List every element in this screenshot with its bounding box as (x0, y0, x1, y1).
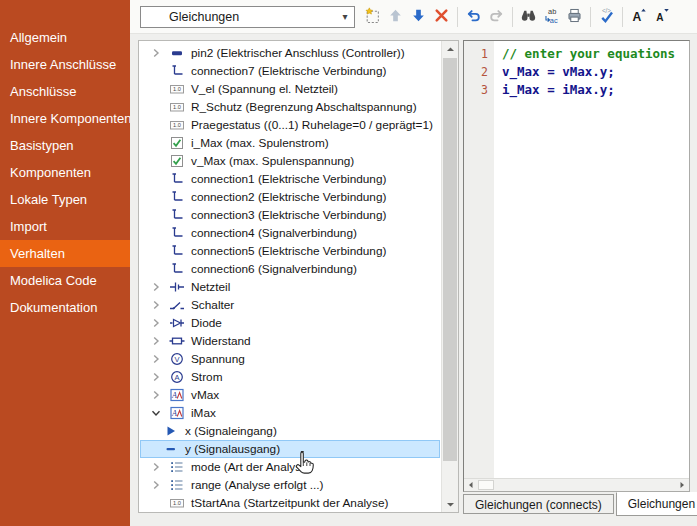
font-increase-button[interactable]: A (627, 5, 650, 29)
tree-item-mode[interactable]: mode (Art der Analyse) (140, 458, 440, 476)
expander-spacer (148, 243, 164, 259)
tree-item-connection4[interactable]: connection4 (Signalverbindung) (140, 224, 440, 242)
expander-spacer (148, 117, 164, 133)
sidebar-item-innere[interactable]: Innere Anschlüsse (0, 51, 130, 78)
tree-item-connection2[interactable]: connection2 (Elektrische Verbindung) (140, 188, 440, 206)
replace-button[interactable]: abac (540, 5, 563, 29)
code-area[interactable]: // enter your equationsv_Max = vMax.y;i_… (494, 41, 689, 478)
tree-item-connection5[interactable]: connection5 (Elektrische Verbindung) (140, 242, 440, 260)
font-decrease-icon: A (653, 7, 670, 27)
svg-text:V: V (174, 355, 179, 364)
sidebar-item-lokale[interactable]: Lokale Typen (0, 186, 130, 213)
move-down-button[interactable] (407, 5, 430, 29)
tree-item-pin2[interactable]: pin2 (Elektrischer Anschluss (Controller… (140, 44, 440, 62)
tree-item-y[interactable]: y (Signalausgang) (140, 440, 440, 458)
chevron-right-icon[interactable] (148, 45, 164, 61)
sidebar-item-dokumentation[interactable]: Dokumentation (0, 294, 130, 321)
tree-item-imax[interactable]: AiMax (140, 404, 440, 422)
tree-item-label: pin2 (Elektrischer Anschluss (Controller… (191, 46, 405, 60)
svg-text:A: A (656, 11, 664, 22)
chevron-right-icon[interactable] (148, 315, 164, 331)
tree-item-vmax[interactable]: AvMax (140, 386, 440, 404)
code-line[interactable]: v_Max = vMax.y; (502, 63, 689, 81)
signal-output-icon (163, 441, 179, 457)
scroll-left-icon[interactable] (464, 479, 478, 491)
sidebar-item-basistypen[interactable]: Basistypen (0, 132, 130, 159)
tree-item-x[interactable]: x (Signaleingang) (140, 422, 440, 440)
validate-icon: </> (598, 7, 615, 27)
connection-icon (169, 189, 185, 205)
component-tree-panel: pin2 (Elektrischer Anschluss (Controller… (138, 40, 459, 513)
tree-item-connection3[interactable]: connection3 (Elektrische Verbindung) (140, 206, 440, 224)
chevron-right-icon[interactable] (148, 333, 164, 349)
undo-button[interactable] (462, 5, 485, 29)
tree-item-praegestatus[interactable]: 1.0Praegestatus ((0...1) Ruhelage=0 / ge… (140, 116, 440, 134)
svg-text:A: A (171, 409, 177, 418)
tree-vertical-scrollbar[interactable] (441, 41, 458, 512)
scrollbar-thumb[interactable] (478, 480, 494, 490)
tree-item-spannung[interactable]: VSpannung (140, 350, 440, 368)
toolbar: Gleichungen ▾ abac</>AA (130, 0, 697, 34)
checkbox-checked-icon (169, 135, 185, 151)
tree-item-netzteil[interactable]: Netzteil (140, 278, 440, 296)
tree-item-strom[interactable]: AStrom (140, 368, 440, 386)
chevron-right-icon[interactable] (148, 459, 164, 475)
chevron-down-icon[interactable] (148, 405, 164, 421)
equation-editor[interactable]: 123 // enter your equationsv_Max = vMax.… (464, 41, 689, 478)
sidebar-item-allgemein[interactable]: Allgemein (0, 24, 130, 51)
print-button[interactable] (563, 5, 586, 29)
tree-item-label: connection2 (Elektrische Verbindung) (191, 190, 386, 204)
tree-item-range[interactable]: range (Analyse erfolgt ...) (140, 476, 440, 494)
chevron-right-icon[interactable] (148, 297, 164, 313)
tree-item-connection7[interactable]: connection7 (Elektrische Verbindung) (140, 62, 440, 80)
scroll-down-icon[interactable] (442, 496, 458, 512)
sidebar-item-komponenten[interactable]: Komponenten (0, 159, 130, 186)
scroll-up-icon[interactable] (442, 41, 458, 57)
schalter-icon (169, 297, 185, 313)
sidebar-item-modelica[interactable]: Modelica Code (0, 267, 130, 294)
tree-item-r[interactable]: 1.0R_Schutz (Begrenzung Abschaltspannung… (140, 98, 440, 116)
chevron-right-icon[interactable] (148, 369, 164, 385)
delete-button[interactable] (430, 5, 453, 29)
tree-item-diode[interactable]: Diode (140, 314, 440, 332)
sidebar-item-anschl[interactable]: Anschlüsse (0, 78, 130, 105)
sidebar-item-verhalten[interactable]: Verhalten (0, 240, 130, 267)
font-decrease-button[interactable]: A (650, 5, 673, 29)
editor-horizontal-scrollbar[interactable] (464, 478, 689, 491)
chevron-right-icon[interactable] (148, 387, 164, 403)
tree-item-widerstand[interactable]: Widerstand (140, 332, 440, 350)
tree-item-i[interactable]: i_Max (max. Spulenstrom) (140, 134, 440, 152)
chevron-right-icon[interactable] (148, 351, 164, 367)
tree-item-tstartana[interactable]: 1.0tStartAna (Startzeitpunkt der Analyse… (140, 494, 440, 512)
scroll-right-icon[interactable] (675, 479, 689, 491)
chevron-right-icon[interactable] (148, 477, 164, 493)
sidebar-item-import[interactable]: Import (0, 213, 130, 240)
tree-item-label: connection5 (Elektrische Verbindung) (191, 244, 386, 258)
checkbox-checked-icon (169, 153, 185, 169)
scrollbar-thumb[interactable] (443, 58, 457, 461)
section-dropdown-value: Gleichungen (141, 10, 336, 24)
tab-gleichungen[interactable]: Gleichungen (616, 492, 697, 516)
code-line[interactable]: i_Max = iMax.y; (502, 81, 689, 99)
tree-item-label: vMax (191, 388, 219, 402)
validate-button[interactable]: </> (595, 5, 618, 29)
section-dropdown[interactable]: Gleichungen ▾ (140, 6, 355, 28)
tree-item-v[interactable]: 1.0V_el (Spannung el. Netzteil) (140, 80, 440, 98)
tree-item-connection6[interactable]: connection6 (Signalverbindung) (140, 260, 440, 278)
tree-item-connection1[interactable]: connection1 (Elektrische Verbindung) (140, 170, 440, 188)
line-number: 3 (464, 81, 494, 99)
svg-text:1.0: 1.0 (173, 122, 181, 128)
expander-spacer (148, 171, 164, 187)
tab-gleichungen-connects[interactable]: Gleichungen (connects) (463, 494, 614, 514)
svg-text:A: A (174, 373, 179, 382)
code-line[interactable]: // enter your equations (502, 45, 689, 63)
line-number: 2 (464, 63, 494, 81)
tree-item-label: connection7 (Elektrische Verbindung) (191, 64, 386, 78)
sidebar-item-innere[interactable]: Innere Komponenten (0, 105, 130, 132)
tree-item-schalter[interactable]: Schalter (140, 296, 440, 314)
chevron-right-icon[interactable] (148, 279, 164, 295)
new-item-button[interactable] (361, 5, 384, 29)
tree-item-label: Strom (191, 370, 222, 384)
tree-item-v[interactable]: v_Max (max. Spulenspannung) (140, 152, 440, 170)
find-button[interactable] (517, 5, 540, 29)
